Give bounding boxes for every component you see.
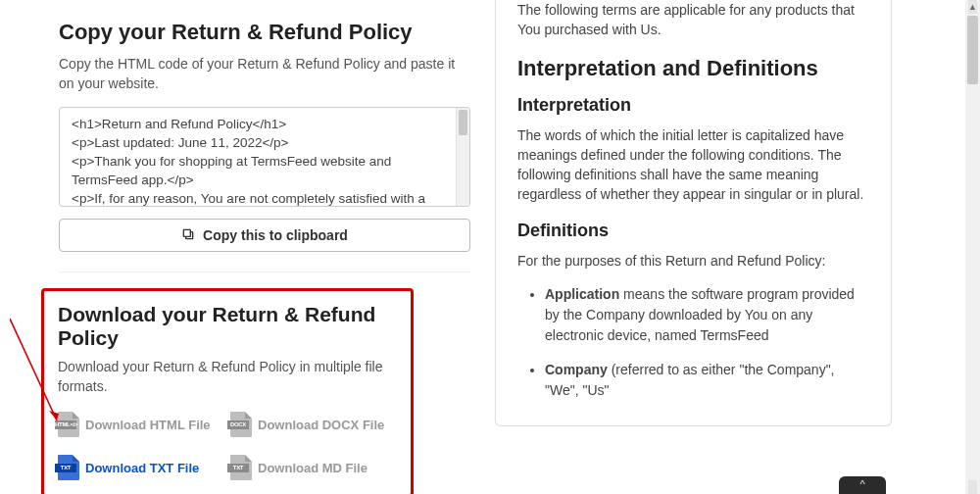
- section-divider: [59, 272, 470, 272]
- download-link-label: Download TXT File: [85, 461, 199, 475]
- preview-intro: The following terms are applicable for a…: [517, 0, 869, 40]
- html-file-icon: HTML</>: [58, 412, 79, 437]
- download-html-link[interactable]: HTML</> Download HTML File: [58, 412, 224, 437]
- preview-interpretation-heading: Interpretation: [517, 95, 869, 116]
- copy-icon: [181, 227, 195, 244]
- preview-definitions-intro: For the purposes of this Return and Refu…: [517, 251, 869, 271]
- txt-file-icon: TXT: [58, 455, 79, 480]
- download-link-label: Download MD File: [258, 461, 368, 475]
- scroll-thumb[interactable]: [967, 16, 978, 84]
- code-scrollbar[interactable]: [456, 108, 469, 206]
- preview-interpretation-body: The words of which the initial letter is…: [517, 125, 869, 205]
- download-docx-link[interactable]: DOCX Download DOCX File: [230, 412, 397, 437]
- download-link-label: Download HTML File: [85, 418, 211, 432]
- page-scrollbar[interactable]: ▲ ▼: [965, 0, 980, 494]
- html-code-textarea[interactable]: <h1>Return and Refund Policy</h1> <p>Las…: [59, 107, 470, 207]
- scroll-down-icon[interactable]: ▼: [968, 482, 977, 492]
- copy-button-label: Copy this to clipboard: [203, 227, 348, 243]
- download-section-subtitle: Download your Return & Refund Policy in …: [58, 358, 397, 396]
- copy-section-subtitle: Copy the HTML code of your Return & Refu…: [59, 55, 461, 93]
- code-line: <p>Last updated: June 11, 2022</p>: [72, 134, 452, 153]
- download-section-highlighted: Download your Return & Refund Policy Dow…: [41, 288, 414, 494]
- download-md-link[interactable]: TXT Download MD File: [230, 455, 397, 480]
- svg-rect-1: [183, 229, 190, 236]
- policy-preview-panel: The following terms are applicable for a…: [495, 0, 892, 426]
- copy-section-title: Copy your Return & Refund Policy: [59, 20, 480, 45]
- docx-file-icon: DOCX: [230, 412, 252, 437]
- download-link-label: Download DOCX File: [258, 418, 384, 432]
- code-line: <h1>Return and Refund Policy</h1>: [72, 116, 452, 134]
- definition-item: Application means the software program p…: [545, 284, 869, 346]
- md-file-icon: TXT: [230, 455, 252, 480]
- preview-h2: Interpretation and Definitions: [517, 56, 869, 81]
- copy-to-clipboard-button[interactable]: Copy this to clipboard: [59, 219, 470, 252]
- preview-definitions-heading: Definitions: [517, 221, 869, 241]
- definition-item: Company (referred to as either "the Comp…: [545, 360, 869, 401]
- collapsed-bottom-tab[interactable]: ^: [839, 476, 886, 494]
- code-line: <p>Thank you for shopping at TermsFeed w…: [72, 153, 452, 190]
- code-line: <p>If, for any reason, You are not compl…: [72, 190, 452, 207]
- scroll-up-icon[interactable]: ▲: [968, 2, 977, 12]
- download-section-title: Download your Return & Refund Policy: [58, 303, 397, 350]
- download-txt-link[interactable]: TXT Download TXT File: [58, 455, 224, 480]
